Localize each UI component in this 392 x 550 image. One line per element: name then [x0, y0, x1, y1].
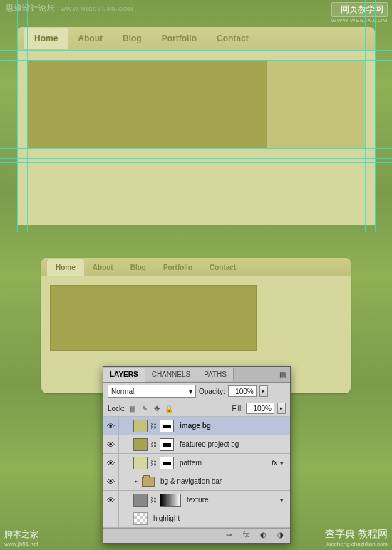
link-chain-icon: ⛓ [150, 441, 157, 448]
hero-row [27, 60, 365, 148]
nav-tab-about[interactable]: About [68, 28, 113, 49]
blend-mode-select[interactable]: Normal ▾ [108, 385, 196, 398]
link-chain-icon: ⛓ [150, 422, 157, 430]
nav-tab-blog[interactable]: Blog [113, 28, 152, 49]
layer-mask-thumbnail [160, 457, 174, 469]
link-column [119, 417, 130, 435]
blend-mode-value: Normal [111, 388, 134, 395]
layer-effects-icon[interactable]: fx [272, 459, 280, 467]
layer-name[interactable]: bg & navigation bar [158, 477, 290, 485]
tab-layers[interactable]: LAYERS [103, 368, 145, 382]
lock-all-icon[interactable]: 🔒 [164, 405, 174, 412]
layer-name[interactable]: featured project bg [177, 440, 290, 448]
lock-transparency-icon[interactable]: ▦ [128, 405, 138, 412]
panel-menu-icon[interactable]: ▤ [279, 370, 286, 378]
layer-mask-thumbnail [160, 420, 174, 432]
layer-row[interactable]: highlight [103, 509, 290, 528]
lock-label: Lock: [108, 405, 125, 412]
nav-tab-portfolio[interactable]: Portfolio [152, 28, 207, 49]
content-section [27, 162, 365, 225]
fill-input[interactable]: 100% [246, 403, 274, 414]
disclosure-triangle-icon[interactable]: ▸ [133, 478, 139, 484]
nav-tab-home[interactable]: Home [24, 28, 68, 49]
layer-name[interactable]: pattern [177, 459, 272, 467]
opacity-flyout-icon[interactable]: ▸ [259, 385, 268, 397]
tab-paths[interactable]: PATHS [197, 368, 234, 381]
layer-name[interactable]: image bg [177, 422, 290, 430]
layer-thumbnails: ⛓ [130, 457, 177, 469]
link-column [119, 491, 130, 509]
visibility-eye-icon[interactable]: 👁 [103, 417, 119, 435]
panel-footer: ⇔ fx ◐ ◑ [103, 528, 290, 543]
featured-project-block [50, 285, 257, 351]
adjustment-layer-icon[interactable]: ◑ [274, 531, 286, 541]
wm-sub: WWW.MISSYUAN.COM [61, 6, 134, 12]
navbar: HomeAboutBlogPortfolioContact [17, 27, 375, 50]
layer-row[interactable]: 👁⛓featured project bg [103, 435, 290, 454]
wm-box: 网页教学网 [331, 2, 388, 17]
link-column [119, 435, 130, 453]
nav-tab-contact[interactable]: Contact [201, 259, 244, 276]
layer-thumbnail [133, 420, 148, 432]
watermark-bottom-right: 查字典 教程网 jiaocheng.chazidian.com [325, 528, 388, 547]
layer-name[interactable]: texture [184, 496, 280, 504]
watermark-top-right: 网页教学网 WWW.WEBJX.COM [331, 2, 388, 24]
visibility-eye-icon[interactable]: 👁 [103, 491, 119, 509]
layer-thumbnails [130, 512, 150, 525]
watermark-top-left: 思缘设计论坛 WWW.MISSYUAN.COM [6, 3, 134, 14]
wm-text: 查字典 教程网 [325, 528, 388, 541]
layer-thumbnails: ⛓ [130, 494, 184, 507]
wm-url: WWW.WEBJX.COM [331, 17, 388, 24]
site-mockup-with-guides: HomeAboutBlogPortfolioContact [17, 27, 375, 225]
visibility-eye-icon[interactable] [103, 509, 119, 527]
layer-thumbnails: ▸ [130, 477, 158, 487]
watermark-bottom-left: 脚本之家 www.jb51.net [4, 529, 38, 547]
layer-mask-icon[interactable]: ◐ [257, 531, 269, 541]
effects-chevron-icon[interactable]: ▾ [280, 460, 290, 467]
wm-url: www.jb51.net [4, 541, 38, 547]
link-chain-icon: ⛓ [150, 460, 157, 467]
navbar: HomeAboutBlogPortfolioContact [41, 258, 351, 276]
layer-name[interactable]: highlight [150, 514, 290, 522]
wm-url: jiaocheng.chazidian.com [325, 541, 388, 547]
visibility-eye-icon[interactable]: 👁 [103, 435, 119, 453]
nav-tab-portfolio[interactable]: Portfolio [155, 259, 201, 276]
link-column [119, 472, 130, 490]
lock-pixels-icon[interactable]: ✎ [140, 405, 150, 412]
wm-text: 脚本之家 [4, 529, 38, 541]
layer-row[interactable]: 👁▸bg & navigation bar [103, 472, 290, 491]
layer-row[interactable]: 👁⛓image bg [103, 417, 290, 435]
opacity-label: Opacity: [199, 388, 225, 395]
lock-icons: ▦ ✎ ✥ 🔒 [128, 405, 174, 412]
featured-project-block [27, 60, 267, 148]
tab-channels[interactable]: CHANNELS [145, 368, 197, 381]
opacity-input[interactable]: 100% [228, 385, 257, 397]
blend-opacity-row: Normal ▾ Opacity: 100% ▸ [103, 383, 290, 400]
layer-thumbnail [133, 494, 148, 507]
layer-style-icon[interactable]: fx [240, 531, 252, 541]
fill-label: Fill: [232, 405, 243, 412]
nav-tab-contact[interactable]: Contact [207, 28, 259, 49]
link-chain-icon: ⛓ [150, 497, 157, 504]
nav-tab-about[interactable]: About [84, 259, 122, 276]
wm-text: 思缘设计论坛 [6, 4, 55, 12]
layers-panel: LAYERS CHANNELS PATHS ▤ Normal ▾ Opacity… [103, 366, 291, 544]
layer-row[interactable]: 👁⛓patternfx▾ [103, 454, 290, 472]
lock-position-icon[interactable]: ✥ [152, 405, 162, 412]
layer-row[interactable]: 👁⛓texture▾ [103, 491, 290, 509]
nav-tab-blog[interactable]: Blog [122, 259, 155, 276]
visibility-eye-icon[interactable]: 👁 [103, 472, 119, 490]
layers-list: 👁⛓image bg👁⛓featured project bg👁⛓pattern… [103, 417, 290, 528]
link-layers-icon[interactable]: ⇔ [223, 531, 234, 541]
fill-flyout-icon[interactable]: ▸ [277, 403, 286, 414]
nav-tab-home[interactable]: Home [47, 259, 84, 276]
layer-thumbnails: ⛓ [130, 438, 177, 451]
link-column [119, 509, 130, 527]
effects-chevron-icon[interactable]: ▾ [280, 497, 290, 504]
panel-tab-strip: LAYERS CHANNELS PATHS ▤ [103, 367, 290, 383]
layer-thumbnails: ⛓ [130, 420, 177, 432]
chevron-down-icon: ▾ [189, 388, 192, 395]
visibility-eye-icon[interactable]: 👁 [103, 454, 119, 472]
layer-thumbnail [133, 438, 148, 451]
link-column [119, 454, 130, 472]
